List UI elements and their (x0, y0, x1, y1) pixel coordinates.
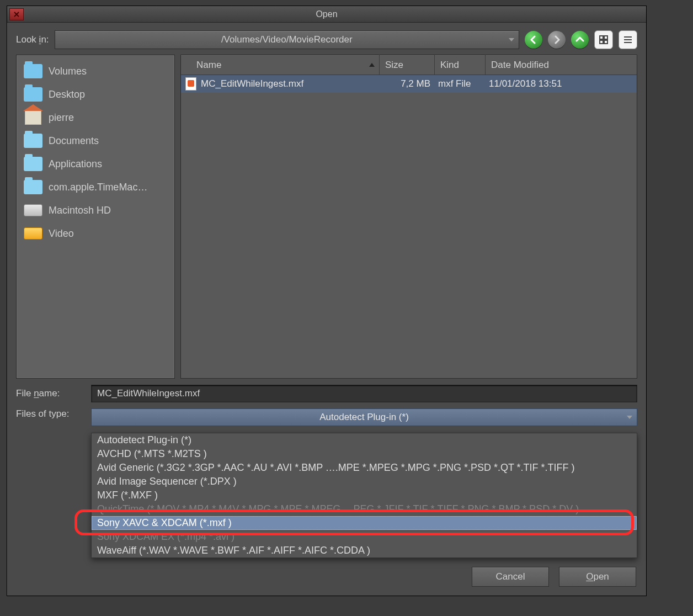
column-date[interactable]: Date Modified (486, 55, 637, 75)
file-rows: MC_EditWhileIngest.mxf7,2 MBmxf File11/0… (181, 75, 637, 378)
hdd-icon (23, 202, 43, 219)
places-item[interactable]: pierre (20, 107, 171, 128)
file-list: Name Size Kind Date Modified MC_EditWhil… (180, 55, 637, 379)
filetype-option[interactable]: Sony XDCAM EX (*.mp4 *.avi ) (92, 530, 637, 544)
places-item[interactable]: Desktop (20, 84, 171, 105)
column-kind[interactable]: Kind (435, 55, 486, 75)
lookin-path-text: /Volumes/Video/MovieRecorder (221, 34, 353, 45)
chevron-down-icon (627, 416, 632, 419)
filename-label: File name: (16, 388, 81, 399)
places-item-label: Video (49, 228, 74, 240)
home-icon (23, 109, 43, 126)
filetype-option[interactable]: Sony XAVC & XDCAM (*.mxf ) (92, 516, 637, 530)
open-button[interactable]: Open (559, 567, 636, 587)
places-item[interactable]: Macintosh HD (20, 200, 171, 221)
nav-back-button[interactable] (525, 31, 542, 49)
window-title: Open (24, 9, 630, 19)
column-headers: Name Size Kind Date Modified (181, 55, 637, 75)
ext-icon (23, 225, 43, 242)
places-item[interactable]: Volumes (20, 61, 171, 82)
open-dialog: Open Look in: /Volumes/Video/MovieRecord… (7, 6, 647, 596)
filetype-option[interactable]: Avid Generic (*.3G2 *.3GP *.AAC *.AU *.A… (92, 461, 637, 475)
places-item-label: Volumes (49, 66, 87, 77)
nav-up-button[interactable] (571, 31, 589, 49)
places-item-label: Documents (49, 135, 99, 147)
nav-forward-button[interactable] (548, 31, 566, 49)
file-name: MC_EditWhileIngest.mxf (201, 78, 303, 89)
file-date: 11/01/2018 13:51 (486, 78, 637, 89)
filetype-option[interactable]: QuickTime (*.MOV *.MP4 *.M4V *.MPG *.MPE… (92, 502, 637, 516)
titlebar: Open (7, 6, 646, 23)
file-kind: mxf File (435, 78, 486, 89)
folder-dim-icon (23, 132, 43, 149)
file-icon (185, 77, 196, 91)
view-grid-button[interactable] (594, 30, 613, 49)
places-item[interactable]: Documents (20, 130, 171, 151)
filetype-option[interactable]: MXF (*.MXF ) (92, 488, 637, 502)
column-name[interactable]: Name (181, 55, 380, 75)
cancel-button[interactable]: Cancel (472, 567, 549, 587)
places-item[interactable]: Applications (20, 153, 171, 174)
view-list-button[interactable] (619, 30, 637, 49)
places-item-label: pierre (49, 112, 74, 124)
file-size: 7,2 MB (380, 78, 435, 89)
lookin-label: Look in: (16, 34, 49, 45)
folder-dim-icon (23, 156, 43, 172)
filetype-selected: Autodetect Plug-in (*) (319, 412, 409, 423)
places-item[interactable]: com.apple.TimeMac… (20, 177, 171, 198)
filetype-option[interactable]: Autodetect Plug-in (*) (92, 433, 637, 447)
folder-icon (23, 63, 43, 79)
filename-input[interactable] (91, 385, 637, 402)
svg-rect-1 (604, 36, 607, 39)
filetype-option[interactable]: WaveAiff (*.WAV *.WAVE *.BWF *.AIF *.AIF… (92, 544, 637, 557)
sort-ascending-icon (369, 63, 375, 67)
folder-icon (23, 86, 43, 103)
filetype-label: Files of type: (16, 408, 81, 419)
chevron-down-icon (509, 38, 514, 41)
places-item-label: Desktop (49, 89, 85, 100)
lookin-path-combo[interactable]: /Volumes/Video/MovieRecorder (55, 30, 519, 49)
folder-dim-icon (23, 179, 43, 195)
svg-rect-0 (600, 36, 603, 39)
close-button[interactable] (9, 8, 24, 20)
svg-rect-2 (600, 40, 603, 44)
svg-rect-3 (604, 40, 607, 44)
column-size[interactable]: Size (380, 55, 435, 75)
filetype-combo[interactable]: Autodetect Plug-in (*) (91, 408, 637, 426)
places-item-label: com.apple.TimeMac… (49, 182, 147, 193)
filetype-option[interactable]: AVCHD (*.MTS *.M2TS ) (92, 447, 637, 461)
places-item[interactable]: Video (20, 223, 171, 244)
filetype-dropdown[interactable]: Autodetect Plug-in (*)AVCHD (*.MTS *.M2T… (91, 433, 637, 558)
places-sidebar: VolumesDesktoppierreDocumentsApplication… (16, 55, 175, 379)
places-item-label: Applications (49, 158, 102, 170)
places-item-label: Macintosh HD (49, 205, 111, 216)
file-row[interactable]: MC_EditWhileIngest.mxf7,2 MBmxf File11/0… (181, 75, 637, 93)
filetype-option[interactable]: Avid Image Sequencer (*.DPX ) (92, 475, 637, 488)
